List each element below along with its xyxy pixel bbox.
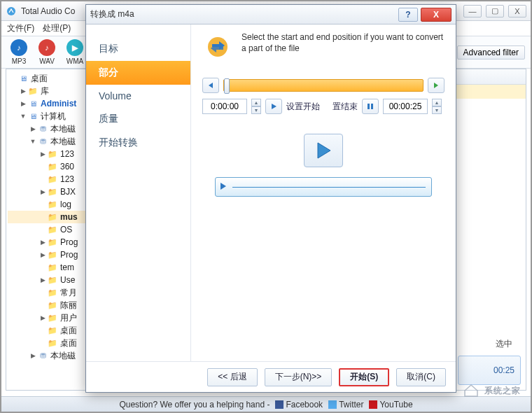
sidebar-item[interactable]: 质量 — [86, 107, 190, 131]
menu-file[interactable]: 文件(F) — [7, 22, 34, 34]
seek-handle[interactable] — [224, 78, 230, 94]
seek-next-button[interactable] — [428, 78, 444, 93]
svg-rect-1 — [275, 400, 284, 409]
swap-arrows-icon — [202, 31, 233, 62]
app-title: Total Audio Co — [21, 6, 75, 16]
sidebar-item[interactable]: 开始转换 — [86, 131, 190, 155]
window-close-button[interactable]: X — [508, 5, 526, 18]
svg-rect-3 — [369, 400, 377, 409]
dialog-sidebar: 目标部分Volume质量开始转换 — [86, 24, 191, 361]
format-wma-button[interactable]: ▶WMA — [63, 39, 87, 65]
set-start-label[interactable]: 设置开始 — [286, 101, 320, 113]
start-button[interactable]: 开始(S) — [339, 368, 389, 386]
dialog-close-button[interactable]: X — [421, 8, 451, 22]
svg-rect-2 — [328, 400, 337, 409]
start-time-spinner[interactable]: ▲▼ — [251, 99, 261, 114]
format-wav-button[interactable]: ♪WAV — [35, 39, 59, 65]
cancel-button[interactable]: 取消(C) — [396, 368, 446, 386]
statusbar: Question? We offer you a helping hand - … — [1, 396, 531, 412]
format-mp3-button[interactable]: ♪MP3 — [7, 39, 31, 65]
link-facebook[interactable]: Facebook — [275, 400, 323, 410]
advanced-filter-button[interactable]: Advanced filter — [457, 46, 525, 59]
play-end-button[interactable] — [362, 99, 379, 114]
dialog-titlebar[interactable]: 转换成 m4a ? X — [86, 5, 456, 24]
svg-rect-6 — [371, 104, 373, 109]
link-youtube[interactable]: YouTube — [369, 400, 412, 410]
window-minimize-button[interactable]: — — [463, 5, 482, 18]
play-start-button[interactable] — [265, 99, 282, 114]
seek-prev-button[interactable] — [202, 78, 219, 93]
menu-process[interactable]: 处理(P) — [43, 22, 71, 34]
app-logo-icon — [6, 6, 17, 17]
start-time-field[interactable]: 0:00:00 — [202, 99, 247, 114]
back-button[interactable]: << 后退 — [207, 368, 257, 386]
set-end-label[interactable]: 置结束 — [332, 101, 358, 113]
play-marker-icon — [220, 182, 227, 192]
sidebar-item[interactable]: 目标 — [86, 37, 190, 61]
sidebar-item[interactable]: Volume — [86, 85, 190, 107]
end-time-spinner[interactable]: ▲▼ — [432, 99, 442, 114]
dialog-hint: Select the start and end position if you… — [241, 31, 444, 54]
big-play-button[interactable] — [304, 134, 343, 167]
svg-rect-5 — [368, 104, 370, 109]
seek-slider[interactable] — [223, 79, 424, 92]
status-question: Question? We offer you a helping hand - — [119, 400, 270, 410]
sidebar-item[interactable]: 部分 — [86, 61, 190, 85]
next-button[interactable]: 下一步(N)>> — [265, 368, 332, 386]
window-maximize-button[interactable]: ▢ — [486, 5, 504, 18]
end-time-field[interactable]: 00:00:25 — [383, 99, 428, 114]
audio-progress[interactable] — [215, 177, 432, 197]
link-twitter[interactable]: Twitter — [328, 400, 363, 410]
dialog-title: 转换成 m4a — [90, 8, 134, 20]
convert-dialog: 转换成 m4a ? X 目标部分Volume质量开始转换 Select the … — [85, 4, 456, 393]
dialog-help-button[interactable]: ? — [398, 8, 418, 22]
